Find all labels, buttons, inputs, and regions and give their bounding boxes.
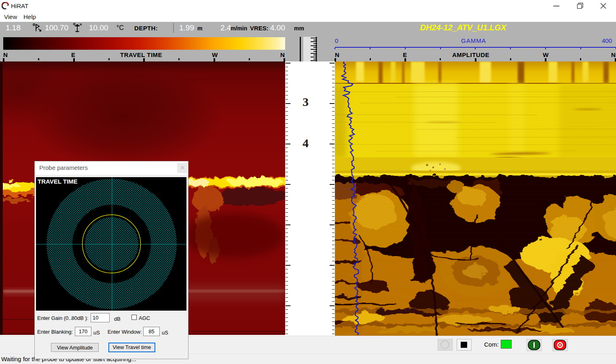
svg-text:N: N	[80, 23, 82, 26]
svg-text:TRAVEL TIME: TRAVEL TIME	[38, 178, 78, 185]
